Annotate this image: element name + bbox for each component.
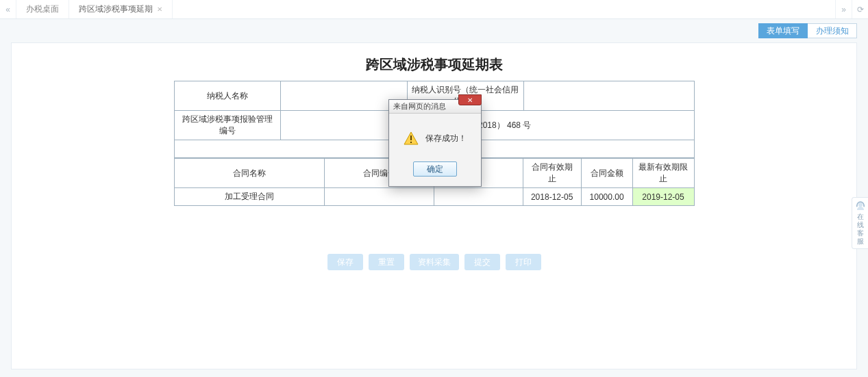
svg-rect-2: [410, 142, 412, 143]
cell-amount: 10000.00: [581, 188, 632, 206]
cell-hidden: [434, 188, 523, 206]
dialog-close-button[interactable]: ✕: [458, 94, 482, 105]
cell-valid-to: 2018-12-05: [523, 188, 581, 206]
cell-new-deadline[interactable]: 2019-12-05: [632, 188, 694, 206]
ok-button[interactable]: 确定: [413, 161, 457, 177]
svg-rect-5: [863, 205, 865, 207]
label-mgmt-no: 跨区域涉税事项报验管理编号: [174, 111, 280, 140]
svg-point-3: [858, 203, 862, 207]
pill-form-fill[interactable]: 表单填写: [758, 23, 808, 38]
tab-label: 办税桌面: [26, 3, 59, 15]
dialog-message: 保存成功！: [425, 133, 467, 144]
cell-contract-no: [325, 188, 434, 206]
headset-icon: [854, 200, 867, 211]
alert-dialog: 来自网页的消息 ✕ 保存成功！ 确定: [388, 99, 482, 187]
chevron-double-right-icon: »: [841, 5, 846, 14]
page-title: 跨区域涉税事项延期表: [174, 47, 695, 81]
reset-button[interactable]: 重置: [369, 254, 404, 270]
value-mgmt-no: 税跨报 （2018） 468 号: [280, 111, 694, 140]
dialog-title: 来自网页的消息: [393, 101, 446, 112]
submit-button[interactable]: 提交: [464, 254, 500, 270]
side-label: 在线客服: [857, 213, 864, 245]
close-icon: ✕: [467, 96, 473, 104]
action-buttons: 保存 重置 资料采集 提交 打印: [174, 254, 695, 270]
print-button[interactable]: 打印: [506, 254, 541, 270]
value-taxpayer-id[interactable]: [523, 81, 694, 111]
label-taxpayer-name: 纳税人名称: [174, 81, 280, 111]
save-button[interactable]: 保存: [327, 254, 363, 270]
dialog-footer: 确定: [389, 161, 481, 186]
svg-rect-4: [856, 205, 858, 207]
col-new-deadline: 最新有效期限止: [632, 159, 694, 188]
main-panel: 跨区域涉税事项延期表 纳税人名称 纳税人识别号（统一社会信用代码） 跨区域涉税事…: [11, 42, 857, 369]
tabs-scroll-right[interactable]: »: [835, 0, 852, 18]
dialog-body: 保存成功！: [389, 114, 481, 161]
tab-bar: « 办税桌面 跨区域涉税事项延期 ✕ » ⟳: [0, 0, 868, 19]
tabs-scroll-left[interactable]: «: [0, 0, 16, 18]
svg-rect-1: [410, 135, 412, 140]
col-amount: 合同金额: [581, 159, 632, 188]
col-contract-name: 合同名称: [174, 159, 325, 188]
table-row: 加工受理合同 2018-12-05 10000.00 2019-12-05: [174, 188, 694, 206]
online-service-widget[interactable]: 在线客服: [852, 197, 868, 249]
close-icon[interactable]: ✕: [157, 5, 162, 13]
dialog-titlebar[interactable]: 来自网页的消息 ✕: [389, 100, 481, 114]
tab-cross-region-extension[interactable]: 跨区域涉税事项延期 ✕: [69, 0, 173, 18]
tab-desktop[interactable]: 办税桌面: [16, 0, 69, 18]
subnav: 表单填写 办理须知: [0, 19, 868, 38]
collect-button[interactable]: 资料采集: [410, 254, 459, 270]
refresh-icon: ⟳: [857, 5, 864, 14]
col-valid-to: 合同有效期止: [523, 159, 581, 188]
chevron-double-left-icon: «: [5, 5, 10, 14]
warning-icon: [404, 131, 419, 145]
tab-label: 跨区域涉税事项延期: [79, 3, 153, 15]
cell-contract-name: 加工受理合同: [174, 188, 325, 206]
pill-instructions[interactable]: 办理须知: [808, 23, 857, 38]
tabs-refresh[interactable]: ⟳: [852, 0, 868, 18]
